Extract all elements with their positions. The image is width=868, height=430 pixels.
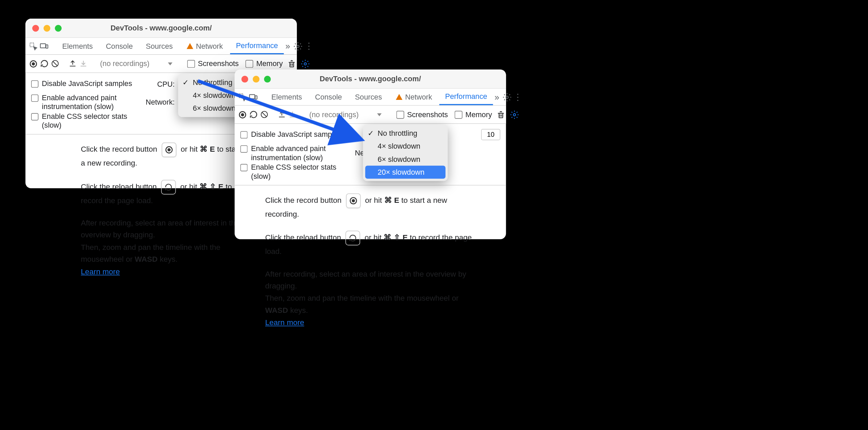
window-title: DevTools - www.google.com/ — [235, 74, 506, 83]
cpu-label: CPU: — [144, 80, 178, 88]
recordings-select[interactable]: (no recordings) — [97, 58, 176, 69]
gear-icon[interactable] — [503, 90, 512, 104]
adv-paint-checkbox[interactable]: Enable advanced paint instrumentation (s… — [31, 93, 144, 111]
css-stats-checkbox[interactable]: Enable CSS selector stats (slow) — [31, 112, 144, 130]
more-tabs-icon[interactable]: » — [285, 39, 290, 53]
screenshots-checkbox[interactable]: Screenshots — [394, 110, 450, 119]
tab-performance[interactable]: Performance — [439, 89, 493, 105]
clear-icon[interactable] — [260, 107, 268, 122]
more-tabs-icon[interactable]: » — [495, 90, 499, 104]
memory-checkbox[interactable]: Memory — [243, 59, 285, 68]
kebab-icon[interactable]: ⋮ — [513, 90, 522, 104]
download-icon[interactable] — [79, 56, 88, 71]
titlebar: DevTools - www.google.com/ — [25, 19, 297, 38]
upload-icon[interactable] — [278, 107, 286, 122]
gc-icon[interactable] — [287, 56, 297, 71]
tabbar: Elements Console Sources Network Perform… — [25, 38, 297, 55]
download-icon[interactable] — [288, 107, 297, 122]
tab-console[interactable]: Console — [309, 89, 348, 105]
svg-point-8 — [304, 63, 307, 65]
learn-more-link[interactable]: Learn more — [265, 318, 304, 327]
network-label: Network: — [144, 98, 178, 106]
tab-sources[interactable]: Sources — [140, 38, 178, 54]
inspect-icon[interactable] — [29, 39, 38, 53]
memory-checkbox[interactable]: Memory — [452, 110, 494, 119]
hwc-input[interactable] — [481, 129, 500, 140]
record-button-inline[interactable] — [161, 143, 176, 157]
perf-settings-icon[interactable] — [510, 107, 519, 122]
throttle-option-20x[interactable]: 20× slowdown — [365, 166, 446, 178]
svg-point-16 — [241, 113, 244, 116]
tab-performance[interactable]: Performance — [230, 38, 284, 54]
titlebar: DevTools - www.google.com/ — [235, 69, 506, 89]
record-icon[interactable] — [29, 56, 38, 71]
inspect-icon[interactable] — [238, 90, 247, 104]
throttle-option-4x[interactable]: 4× slowdown — [363, 139, 448, 152]
tab-console[interactable]: Console — [100, 38, 138, 54]
perf-hint: Click the record button or hit ⌘ E to st… — [235, 186, 506, 338]
window-title: DevTools - www.google.com/ — [25, 24, 297, 32]
device-toggle-icon[interactable] — [249, 90, 258, 104]
tab-network[interactable]: Network — [389, 89, 438, 105]
perf-toolbar: (no recordings) Screenshots Memory — [235, 106, 506, 124]
svg-point-5 — [32, 62, 35, 65]
gc-icon[interactable] — [497, 107, 506, 122]
tab-elements[interactable]: Elements — [266, 89, 308, 105]
tabbar: Elements Console Sources Network Perform… — [235, 89, 506, 106]
throttle-option-6x[interactable]: 6× slowdown — [363, 153, 448, 166]
svg-rect-13 — [255, 95, 257, 99]
adv-paint-checkbox[interactable]: Enable advanced paint instrumentation (s… — [240, 144, 353, 162]
kebab-icon[interactable]: ⋮ — [304, 39, 313, 53]
svg-point-3 — [297, 45, 299, 47]
reload-button-inline[interactable] — [346, 231, 360, 245]
svg-rect-1 — [40, 43, 46, 47]
svg-rect-2 — [46, 45, 48, 48]
perf-settings-icon[interactable] — [301, 56, 310, 71]
svg-point-21 — [352, 199, 355, 202]
gear-icon[interactable] — [294, 39, 303, 53]
svg-point-19 — [514, 113, 516, 116]
svg-point-10 — [167, 149, 170, 152]
svg-rect-18 — [499, 113, 503, 117]
record-button-inline[interactable] — [346, 194, 361, 208]
upload-icon[interactable] — [68, 56, 77, 71]
tab-sources[interactable]: Sources — [349, 89, 388, 105]
reload-icon[interactable] — [249, 107, 258, 122]
device-toggle-icon[interactable] — [40, 39, 49, 53]
tab-elements[interactable]: Elements — [57, 38, 99, 54]
learn-more-link[interactable]: Learn more — [81, 267, 120, 276]
reload-button-inline[interactable] — [161, 180, 176, 194]
svg-rect-7 — [290, 62, 294, 66]
reload-icon[interactable] — [40, 56, 49, 71]
css-stats-checkbox[interactable]: Enable CSS selector stats (slow) — [240, 163, 353, 180]
clear-icon[interactable] — [51, 56, 59, 71]
disable-js-checkbox[interactable]: Disable JavaScript samples — [240, 130, 353, 139]
svg-point-14 — [506, 96, 508, 98]
record-icon[interactable] — [238, 107, 247, 122]
svg-rect-12 — [249, 94, 255, 99]
recordings-select[interactable]: (no recordings) — [306, 109, 385, 120]
tab-network[interactable]: Network — [180, 38, 229, 54]
screenshots-checkbox[interactable]: Screenshots — [185, 59, 241, 68]
disable-js-checkbox[interactable]: Disable JavaScript samples — [31, 79, 144, 88]
devtools-window-right: DevTools - www.google.com/ Elements Cons… — [235, 69, 506, 239]
cpu-throttle-dropdown[interactable]: No throttling 4× slowdown 6× slowdown 20… — [363, 124, 448, 181]
throttle-option-none[interactable]: No throttling — [363, 127, 448, 139]
